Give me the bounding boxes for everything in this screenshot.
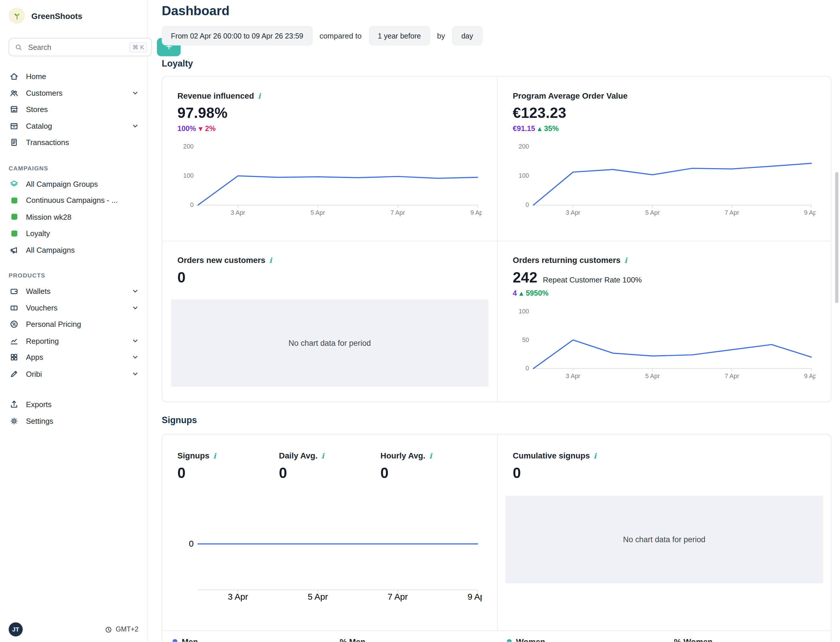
metric-value: 0: [279, 465, 380, 481]
campaign-status-icon: [9, 214, 19, 220]
revenue-influenced-chart: 01002003 Apr5 Apr7 Apr9 Apr: [177, 139, 482, 219]
svg-text:3 Apr: 3 Apr: [566, 373, 580, 379]
by-label: by: [437, 31, 445, 40]
info-icon[interactable]: [213, 451, 216, 460]
svg-text:200: 200: [183, 143, 194, 150]
program-aov-chart: 01002003 Apr5 Apr7 Apr9 Apr: [513, 139, 816, 219]
signups-section-heading: Signups: [162, 415, 831, 425]
sidebar-item-oribi[interactable]: Oribi: [9, 366, 139, 382]
search-input-wrapper[interactable]: ⌘ K: [9, 38, 152, 56]
info-icon[interactable]: [321, 451, 324, 460]
comparison-row: 100% 2%: [177, 125, 482, 133]
sidebar-item-personal-pricing[interactable]: Personal Pricing: [9, 316, 139, 333]
sidebar-item-catalog[interactable]: Catalog: [9, 118, 139, 134]
wallet-icon: [9, 286, 19, 296]
timezone: GMT+2: [104, 625, 139, 634]
sidebar-item-vouchers[interactable]: Vouchers: [9, 299, 139, 316]
no-chart-data-box: No chart data for period: [171, 299, 489, 387]
sidebar-item-all-campaign-groups[interactable]: All Campaign Groups: [9, 176, 139, 192]
sidebar-item-customers[interactable]: Customers: [9, 84, 139, 101]
gear-icon: [9, 416, 19, 426]
sidebar-item-label: Home: [26, 72, 46, 81]
program-aov-card: Program Average Order Value €123.23 €91.…: [497, 77, 831, 241]
sidebar-item-exports[interactable]: Exports: [9, 396, 139, 413]
card-title: Orders returning customers: [513, 255, 620, 265]
legend-women: Women: [497, 637, 664, 642]
gender-table-header: Men% MenWomen% Women: [162, 630, 831, 642]
svg-text:3 Apr: 3 Apr: [566, 209, 580, 216]
svg-text:5 Apr: 5 Apr: [645, 209, 660, 216]
signups-stat: Signups 0: [177, 451, 279, 482]
legend-women: % Women: [664, 637, 831, 642]
sidebar-item-all-campaigns[interactable]: All Campaigns: [9, 242, 139, 258]
delta-value: 35%: [544, 125, 558, 133]
metric-value: 0: [177, 270, 482, 286]
comparison-row: €91.15 35%: [513, 125, 816, 133]
daily-avg-stat: Daily Avg. 0: [279, 451, 380, 482]
brand-name: GreenShoots: [31, 11, 83, 20]
info-icon[interactable]: [258, 91, 261, 100]
info-icon[interactable]: [269, 256, 272, 265]
sidebar-item-settings[interactable]: Settings: [9, 413, 139, 429]
metric-value: 0: [177, 465, 279, 481]
svg-text:7 Apr: 7 Apr: [725, 209, 740, 216]
orders-returning-chart: 0501003 Apr5 Apr7 Apr9 Apr: [513, 303, 816, 383]
main-content: Dashboard From 02 Apr 26 00:00 to 09 Apr…: [147, 0, 840, 642]
signups-cards-panel: Signups 0 Daily Avg. 0: [162, 434, 831, 642]
sidebar-item-home[interactable]: Home: [9, 68, 139, 85]
chevron-down-icon: [132, 371, 138, 377]
date-range-button[interactable]: From 02 Apr 26 00:00 to 09 Apr 26 23:59: [162, 26, 312, 45]
card-title: Hourly Avg.: [380, 451, 425, 460]
sidebar-item-continuous-campaigns[interactable]: Continuous Campaigns - ...: [9, 192, 139, 209]
timezone-label: GMT+2: [116, 626, 139, 633]
sidebar: GreenShoots ⌘ K HomeCustomersStoresCatal…: [0, 0, 147, 642]
granularity-button[interactable]: day: [452, 26, 482, 45]
svg-text:0: 0: [190, 201, 194, 208]
chevron-down-icon: [132, 123, 138, 129]
svg-text:100: 100: [183, 172, 194, 179]
info-icon[interactable]: [429, 451, 432, 460]
card-title: Orders new customers: [177, 255, 265, 265]
sidebar-item-label: Customers: [26, 89, 63, 97]
orders-returning-customers-card: Orders returning customers 242 Repeat Cu…: [497, 241, 831, 402]
svg-text:9 Apr: 9 Apr: [471, 209, 482, 216]
scrollbar-thumb[interactable]: [835, 172, 838, 303]
search-input[interactable]: [27, 42, 125, 52]
user-avatar[interactable]: JT: [9, 623, 23, 636]
campaign-status-icon: [9, 230, 19, 237]
compare-period-button[interactable]: 1 year before: [369, 26, 430, 45]
svg-text:0: 0: [526, 365, 529, 372]
info-icon[interactable]: [594, 451, 596, 460]
sidebar-item-label: Catalog: [26, 122, 52, 130]
svg-text:0: 0: [189, 539, 194, 548]
chevron-down-icon: [132, 354, 138, 360]
chevron-down-icon: [132, 305, 138, 311]
sidebar-item-transactions[interactable]: Transactions: [9, 134, 139, 151]
sidebar-section-header: PRODUCTS: [9, 272, 139, 279]
sidebar-item-label: All Campaigns: [26, 245, 74, 254]
svg-text:7 Apr: 7 Apr: [388, 592, 408, 601]
card-title: Signups: [177, 451, 209, 460]
metric-value: €123.23: [513, 105, 816, 122]
loyalty-cards-panel: Revenue influenced 97.98% 100% 2% 010020…: [162, 76, 831, 402]
sidebar-nav-footer: ExportsSettings: [9, 396, 139, 429]
trend-up-icon: [520, 290, 523, 297]
sidebar-item-stores[interactable]: Stores: [9, 101, 139, 118]
info-icon[interactable]: [624, 256, 627, 265]
sidebar-item-reporting[interactable]: Reporting: [9, 333, 139, 349]
sidebar-item-apps[interactable]: Apps: [9, 349, 139, 366]
legend-label: % Women: [674, 637, 712, 642]
app-window: GreenShoots ⌘ K HomeCustomersStoresCatal…: [0, 0, 840, 642]
sidebar-item-label: Vouchers: [26, 303, 57, 312]
users-icon: [9, 88, 19, 98]
sidebar-item-mission-wk28[interactable]: Mission wk28: [9, 209, 139, 225]
sidebar-item-loyalty[interactable]: Loyalty: [9, 225, 139, 242]
legend-label: % Men: [340, 637, 366, 642]
signups-chart: 03 Apr5 Apr7 Apr9 Apr: [177, 494, 482, 604]
trend-up-icon: [538, 125, 541, 132]
svg-text:7 Apr: 7 Apr: [390, 209, 405, 216]
sidebar-item-label: Personal Pricing: [26, 320, 81, 329]
sidebar-item-wallets[interactable]: Wallets: [9, 283, 139, 300]
card-title: Revenue influenced: [177, 91, 254, 101]
sidebar-item-label: Apps: [26, 353, 43, 362]
